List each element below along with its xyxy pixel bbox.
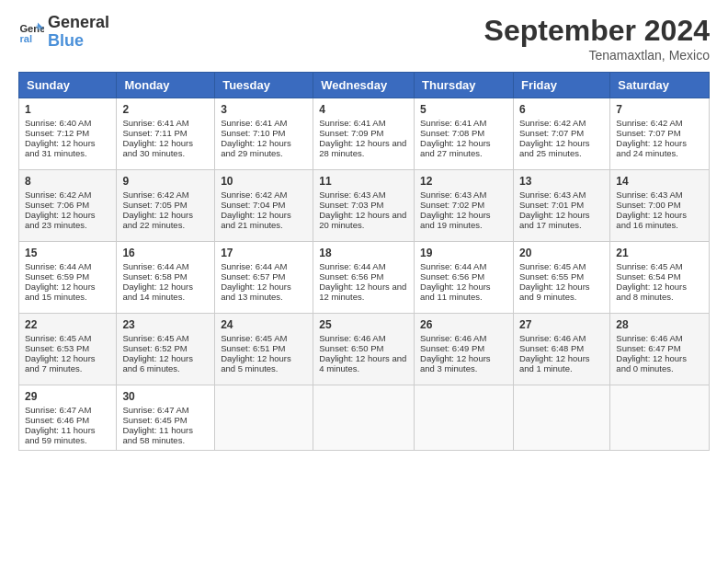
day-number: 14 <box>616 175 703 188</box>
day-number: 4 <box>319 103 408 116</box>
col-tuesday: Tuesday <box>215 73 313 98</box>
table-row <box>313 385 415 451</box>
col-wednesday: Wednesday <box>313 73 415 98</box>
table-row: 23Sunrise: 6:45 AMSunset: 6:52 PMDayligh… <box>117 314 215 385</box>
day-number: 27 <box>519 318 604 331</box>
header: Gene ral General Blue September 2024 Ten… <box>18 14 710 63</box>
table-row: 16Sunrise: 6:44 AMSunset: 6:58 PMDayligh… <box>117 242 215 314</box>
col-friday: Friday <box>513 73 609 98</box>
table-row: 28Sunrise: 6:46 AMSunset: 6:47 PMDayligh… <box>610 314 710 385</box>
day-number: 23 <box>122 318 209 331</box>
svg-text:Gene: Gene <box>19 23 44 34</box>
day-number: 12 <box>420 175 507 188</box>
day-number: 24 <box>221 318 307 331</box>
day-number: 21 <box>616 247 703 259</box>
day-number: 11 <box>319 175 408 188</box>
col-thursday: Thursday <box>415 73 514 98</box>
day-number: 5 <box>420 103 507 116</box>
day-number: 22 <box>25 318 110 331</box>
day-number: 8 <box>25 175 110 188</box>
day-number: 2 <box>122 103 209 116</box>
table-row: 20Sunrise: 6:45 AMSunset: 6:55 PMDayligh… <box>513 242 609 314</box>
col-saturday: Saturday <box>610 73 710 98</box>
table-row <box>513 385 609 451</box>
day-number: 17 <box>221 247 307 259</box>
day-number: 19 <box>420 247 507 259</box>
table-row: 11Sunrise: 6:43 AMSunset: 7:03 PMDayligh… <box>313 170 415 242</box>
day-number: 20 <box>519 247 604 259</box>
table-row: 1Sunrise: 6:40 AMSunset: 7:12 PMDaylight… <box>19 98 117 170</box>
table-row: 3Sunrise: 6:41 AMSunset: 7:10 PMDaylight… <box>215 98 313 170</box>
table-row <box>415 385 514 451</box>
logo-line2: Blue <box>48 32 109 51</box>
table-row: 5Sunrise: 6:41 AMSunset: 7:08 PMDaylight… <box>415 98 514 170</box>
day-number: 13 <box>519 175 604 188</box>
day-number: 28 <box>616 318 703 331</box>
location: Tenamaxtlan, Mexico <box>484 48 710 63</box>
day-number: 3 <box>221 103 307 116</box>
table-row: 12Sunrise: 6:43 AMSunset: 7:02 PMDayligh… <box>415 170 514 242</box>
table-row <box>610 385 710 451</box>
table-row: 15Sunrise: 6:44 AMSunset: 6:59 PMDayligh… <box>19 242 117 314</box>
table-row: 25Sunrise: 6:46 AMSunset: 6:50 PMDayligh… <box>313 314 415 385</box>
day-number: 15 <box>25 247 110 259</box>
table-row: 10Sunrise: 6:42 AMSunset: 7:04 PMDayligh… <box>215 170 313 242</box>
month-title: September 2024 <box>484 14 710 48</box>
table-row: 7Sunrise: 6:42 AMSunset: 7:07 PMDaylight… <box>610 98 710 170</box>
table-row: 30Sunrise: 6:47 AMSunset: 6:45 PMDayligh… <box>117 385 215 451</box>
page: Gene ral General Blue September 2024 Ten… <box>0 0 728 465</box>
logo: Gene ral General Blue <box>18 14 109 51</box>
table-row: 24Sunrise: 6:45 AMSunset: 6:51 PMDayligh… <box>215 314 313 385</box>
table-row: 8Sunrise: 6:42 AMSunset: 7:06 PMDaylight… <box>19 170 117 242</box>
table-row: 29Sunrise: 6:47 AMSunset: 6:46 PMDayligh… <box>19 385 117 451</box>
table-row: 17Sunrise: 6:44 AMSunset: 6:57 PMDayligh… <box>215 242 313 314</box>
table-row: 22Sunrise: 6:45 AMSunset: 6:53 PMDayligh… <box>19 314 117 385</box>
table-row: 9Sunrise: 6:42 AMSunset: 7:05 PMDaylight… <box>117 170 215 242</box>
day-number: 1 <box>25 103 110 116</box>
day-number: 7 <box>616 103 703 116</box>
table-row: 27Sunrise: 6:46 AMSunset: 6:48 PMDayligh… <box>513 314 609 385</box>
col-sunday: Sunday <box>19 73 117 98</box>
table-row: 4Sunrise: 6:41 AMSunset: 7:09 PMDaylight… <box>313 98 415 170</box>
day-number: 26 <box>420 318 507 331</box>
table-row: 19Sunrise: 6:44 AMSunset: 6:56 PMDayligh… <box>415 242 514 314</box>
table-row: 2Sunrise: 6:41 AMSunset: 7:11 PMDaylight… <box>117 98 215 170</box>
table-row: 6Sunrise: 6:42 AMSunset: 7:07 PMDaylight… <box>513 98 609 170</box>
calendar-header-row: Sunday Monday Tuesday Wednesday Thursday… <box>19 73 710 98</box>
title-block: September 2024 Tenamaxtlan, Mexico <box>484 14 710 63</box>
col-monday: Monday <box>117 73 215 98</box>
table-row: 18Sunrise: 6:44 AMSunset: 6:56 PMDayligh… <box>313 242 415 314</box>
table-row <box>215 385 313 451</box>
day-number: 9 <box>122 175 209 188</box>
table-row: 14Sunrise: 6:43 AMSunset: 7:00 PMDayligh… <box>610 170 710 242</box>
table-row: 13Sunrise: 6:43 AMSunset: 7:01 PMDayligh… <box>513 170 609 242</box>
svg-text:ral: ral <box>19 33 32 44</box>
day-number: 29 <box>25 390 110 403</box>
day-number: 18 <box>319 247 408 259</box>
logo-text: General Blue <box>48 14 109 51</box>
day-number: 16 <box>122 247 209 259</box>
table-row: 21Sunrise: 6:45 AMSunset: 6:54 PMDayligh… <box>610 242 710 314</box>
logo-icon: Gene ral <box>18 19 44 45</box>
logo-line1: General <box>48 14 109 32</box>
day-number: 25 <box>319 318 408 331</box>
day-number: 6 <box>519 103 604 116</box>
calendar: Sunday Monday Tuesday Wednesday Thursday… <box>18 72 710 451</box>
table-row: 26Sunrise: 6:46 AMSunset: 6:49 PMDayligh… <box>415 314 514 385</box>
day-number: 10 <box>221 175 307 188</box>
day-number: 30 <box>122 390 209 403</box>
